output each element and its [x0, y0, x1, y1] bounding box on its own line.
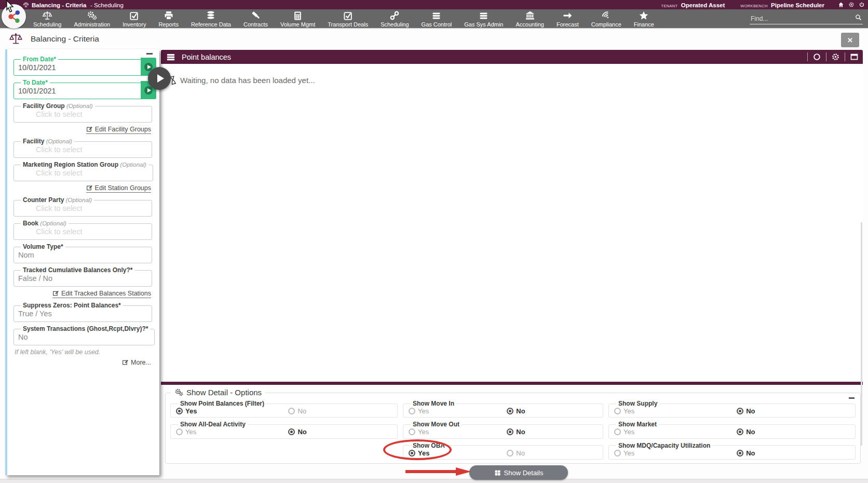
- from-date-value[interactable]: 10/01/2021: [18, 63, 147, 73]
- gavel-icon: [250, 11, 261, 21]
- nav-item-transport-deals[interactable]: Transport Deals: [321, 10, 374, 28]
- gear-icon[interactable]: [831, 52, 840, 61]
- radio-no[interactable]: No: [737, 407, 755, 415]
- radio-icon: [737, 408, 743, 414]
- scales-icon: [9, 32, 23, 46]
- show-detail-options-panel: Show Detail - Options Show Point Balance…: [165, 393, 861, 464]
- nav-item-gas-control[interactable]: Gas Control: [415, 10, 458, 28]
- nav-item-inventory[interactable]: Inventory: [116, 10, 152, 28]
- find-input[interactable]: [750, 14, 863, 24]
- to-date-value[interactable]: 10/01/2021: [18, 86, 147, 96]
- signal-icon: [601, 11, 612, 21]
- radio-icon: [737, 450, 743, 457]
- close-button[interactable]: ✕: [841, 33, 859, 47]
- radio-yes[interactable]: Yes: [176, 407, 197, 415]
- tracked-cumulative-balances-field[interactable]: Tracked Cumulative Balances Only?* False…: [13, 266, 152, 287]
- page-title: Balancing - Criteria: [31, 34, 99, 44]
- radio-yes[interactable]: Yes: [614, 428, 634, 436]
- nav-item-volume-mgmt[interactable]: Volume Mgmt: [274, 10, 321, 28]
- volume-type-value[interactable]: Nom: [18, 250, 147, 260]
- facility-group-field[interactable]: Facility Group (Optional) Click to selec…: [13, 102, 152, 123]
- counter-party-placeholder[interactable]: Click to select: [18, 204, 147, 213]
- facility-group-placeholder[interactable]: Click to select: [18, 110, 147, 119]
- suppress-zeros-value[interactable]: True / Yes: [18, 309, 147, 319]
- system-transactions-value[interactable]: No: [18, 332, 150, 342]
- star-icon: [639, 11, 649, 21]
- to-date-field[interactable]: To Date* 10/01/2021: [13, 79, 152, 99]
- radio-yes[interactable]: Yes: [614, 407, 634, 415]
- point-balances-panel: Point balances Waiting, no data has been…: [161, 50, 863, 385]
- home-icon[interactable]: [838, 2, 844, 8]
- radio-no[interactable]: No: [507, 449, 525, 457]
- nav-item-contracts[interactable]: Contracts: [237, 10, 274, 28]
- radio-yes[interactable]: Yes: [614, 449, 634, 457]
- system-transactions-field[interactable]: System Transactions (Ghost,Rcpt,Dlvry)?*…: [13, 325, 155, 345]
- radio-no[interactable]: No: [507, 428, 525, 436]
- maximize-window-icon[interactable]: [850, 52, 859, 61]
- radio-yes[interactable]: Yes: [409, 407, 429, 415]
- from-date-field[interactable]: From Date* 10/01/2021: [13, 56, 152, 76]
- workbench-value: Pipeline Scheduler: [771, 2, 824, 8]
- book-field[interactable]: Book (Optional) Click to select: [13, 220, 152, 240]
- counter-party-field[interactable]: Counter Party (Optional) Click to select: [13, 196, 152, 217]
- nav-item-compliance[interactable]: Compliance: [585, 10, 628, 28]
- tracked-cumulative-balances-value[interactable]: False / No: [18, 274, 147, 284]
- collapse-panel-icon[interactable]: [146, 53, 153, 55]
- radio-no[interactable]: No: [288, 407, 306, 415]
- radio-yes[interactable]: Yes: [409, 449, 429, 457]
- nav-item-scheduling-2[interactable]: Scheduling: [374, 10, 415, 28]
- radio-yes[interactable]: Yes: [176, 428, 196, 436]
- scrollbar[interactable]: [861, 222, 862, 446]
- nav-item-scheduling[interactable]: Scheduling: [27, 10, 67, 28]
- radio-icon: [176, 408, 183, 414]
- radio-group-show-move-in: Show Move In Yes No: [403, 400, 603, 418]
- nav-item-reports[interactable]: Reports: [152, 10, 185, 28]
- edit-tracked-balances-stations-link[interactable]: Edit Tracked Balances Stations: [52, 290, 151, 298]
- empty-grid-cell: [170, 442, 398, 460]
- grid-icon: [494, 469, 501, 476]
- waiting-message: Waiting, no data has been loaded yet...: [180, 76, 315, 85]
- edit-station-groups-link[interactable]: Edit Station Groups: [86, 184, 151, 193]
- nav-item-finance[interactable]: Finance: [628, 10, 660, 28]
- radio-icon: [409, 450, 415, 457]
- volume-type-field[interactable]: Volume Type* Nom: [13, 243, 152, 263]
- nav-item-administration[interactable]: Administration: [67, 10, 116, 28]
- nav-item-forecast[interactable]: Forecast: [550, 10, 585, 28]
- radio-no[interactable]: No: [737, 428, 755, 436]
- radio-group-show-move-out: Show Move Out Yes No: [403, 421, 603, 438]
- page-heading: Balancing - Criteria: [9, 32, 99, 46]
- radio-no[interactable]: No: [737, 449, 755, 457]
- radio-no[interactable]: No: [507, 407, 525, 415]
- bottom-strip: [0, 479, 868, 483]
- power-icon[interactable]: [859, 2, 865, 8]
- radio-icon: [507, 450, 513, 457]
- scales-icon: [23, 2, 29, 8]
- nav-items: Scheduling Administration Inventory Repo…: [27, 10, 660, 28]
- table-rows-icon: [166, 52, 175, 62]
- more-link[interactable]: More...: [122, 359, 151, 367]
- edit-icon: [52, 290, 59, 297]
- radio-yes[interactable]: Yes: [409, 428, 429, 436]
- gear-icon[interactable]: [848, 2, 855, 8]
- marketing-region-station-group-field[interactable]: Marketing Region Station Group (Optional…: [13, 161, 153, 181]
- nav-item-gas-sys-admin[interactable]: Gas Sys Admin: [458, 10, 509, 28]
- run-button[interactable]: [148, 67, 171, 90]
- radio-no[interactable]: No: [288, 428, 306, 436]
- facility-field[interactable]: Facility (Optional) Click to select: [13, 138, 152, 158]
- book-placeholder[interactable]: Click to select: [18, 227, 147, 237]
- options-panel-legend: Show Detail - Options: [171, 388, 265, 397]
- radio-icon: [288, 408, 295, 414]
- suppress-zeros-field[interactable]: Suppress Zeros: Point Balances* True / Y…: [13, 302, 152, 322]
- search-icon[interactable]: [855, 14, 862, 21]
- play-icon: [157, 74, 164, 83]
- nav-item-reference-data[interactable]: Reference Data: [185, 10, 237, 28]
- edit-facility-groups-link[interactable]: Edit Facility Groups: [86, 126, 151, 134]
- radio-icon: [614, 408, 621, 414]
- circle-icon[interactable]: [812, 52, 821, 61]
- radio-group-show-oba: Show OBA Yes No: [403, 442, 603, 460]
- nav-item-accounting[interactable]: Accounting: [509, 10, 550, 28]
- show-details-button[interactable]: Show Details: [469, 465, 568, 480]
- facility-placeholder[interactable]: Click to select: [18, 145, 147, 155]
- marketing-region-station-group-placeholder[interactable]: Click to select: [18, 168, 148, 178]
- radio-icon: [737, 428, 743, 435]
